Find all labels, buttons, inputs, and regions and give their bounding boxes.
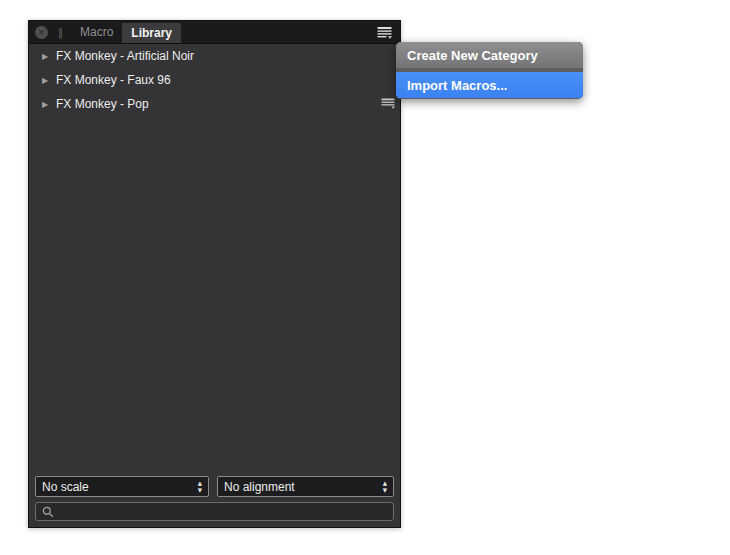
list-item[interactable]: ▶ FX Monkey - Faux 96 [29, 68, 400, 92]
disclosure-triangle-icon[interactable]: ▶ [42, 99, 56, 108]
macro-category-list: ▶ FX Monkey - Artificial Noir ▶ FX Monke… [29, 44, 400, 116]
list-item[interactable]: ▶ FX Monkey - Pop [29, 92, 400, 116]
category-menu-button[interactable] [381, 98, 396, 109]
burger-menu-icon [381, 98, 396, 109]
panel-menu-button[interactable] [377, 26, 393, 39]
panel-context-menu: Create New Category Import Macros... [396, 42, 583, 99]
tab-library[interactable]: Library [122, 23, 181, 43]
category-label: FX Monkey - Pop [56, 97, 149, 111]
tab-macro[interactable]: Macro [71, 21, 122, 43]
drag-grip-icon[interactable]: ‖ [58, 27, 63, 38]
panel-footer: No scale ▲ ▼ No alignment ▲ ▼ [29, 470, 400, 527]
stepper-down-icon: ▼ [198, 487, 202, 493]
screenshot-canvas: × ‖ Macro Library ▶ FX Monkey - Artifici… [0, 0, 730, 555]
search-input[interactable] [59, 504, 387, 519]
menu-item-import-macros[interactable]: Import Macros... [396, 72, 583, 98]
scale-select[interactable]: No scale ▲ ▼ [35, 476, 209, 497]
list-item[interactable]: ▶ FX Monkey - Artificial Noir [29, 44, 400, 68]
category-label: FX Monkey - Artificial Noir [56, 49, 194, 63]
library-panel: × ‖ Macro Library ▶ FX Monkey - Artifici… [28, 20, 401, 528]
alignment-select-value: No alignment [224, 480, 295, 494]
disclosure-triangle-icon[interactable]: ▶ [42, 51, 56, 60]
options-row: No scale ▲ ▼ No alignment ▲ ▼ [35, 476, 394, 497]
search-field[interactable] [35, 502, 394, 521]
stepper-icon: ▲ ▼ [383, 480, 387, 493]
search-icon [42, 506, 54, 518]
stepper-icon: ▲ ▼ [198, 480, 202, 493]
close-icon[interactable]: × [35, 26, 48, 39]
category-label: FX Monkey - Faux 96 [56, 73, 171, 87]
alignment-select[interactable]: No alignment ▲ ▼ [217, 476, 394, 497]
header-spacer [181, 21, 377, 43]
disclosure-triangle-icon[interactable]: ▶ [42, 75, 56, 84]
menu-item-create-new-category[interactable]: Create New Category [396, 42, 583, 68]
scale-select-value: No scale [42, 480, 89, 494]
burger-menu-icon [377, 26, 393, 39]
stepper-down-icon: ▼ [383, 487, 387, 493]
panel-header: × ‖ Macro Library [29, 21, 400, 44]
